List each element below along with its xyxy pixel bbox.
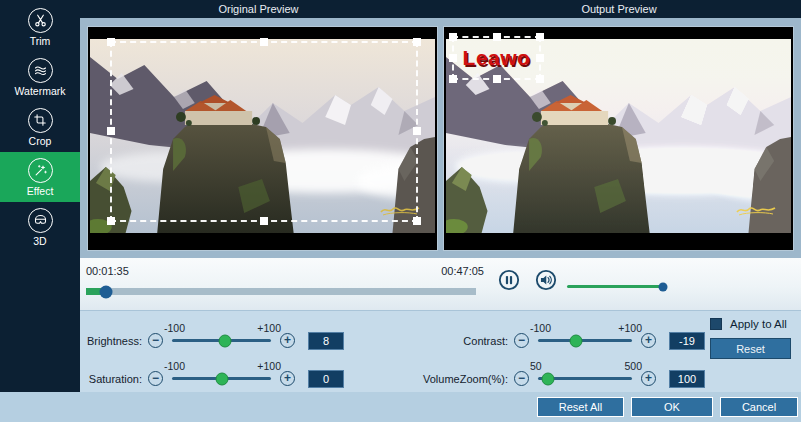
volumezoom-increase-button[interactable]: + [641,371,656,386]
contrast-value: -19 [669,332,705,350]
output-preview-title: Output Preview [437,0,801,18]
crop-handle[interactable] [107,127,115,135]
preview-header: Original Preview Output Preview [80,0,801,18]
leawo-watermark-text: Leawo [463,46,531,70]
range-min-label: 50 [530,360,542,372]
saturation-decrease-button[interactable]: − [148,371,163,386]
contrast-slider[interactable]: -100 +100 [538,339,632,342]
brightness-row: Brightness: − -100 +100 + 8 [84,332,344,349]
range-max-label: +100 [257,322,281,334]
volume-button[interactable] [535,269,557,291]
magic-wand-icon [28,158,53,183]
sidebar-item-watermark[interactable]: Watermark [0,52,80,102]
brightness-increase-button[interactable]: + [280,333,295,348]
crop-handle[interactable] [413,127,421,135]
player-bar: 00:01:35 00:47:05 [80,258,801,310]
sidebar-item-trim[interactable]: Trim [0,2,80,52]
volumezoom-slider[interactable]: 50 500 [538,377,632,380]
sidebar-item-label: Trim [30,36,51,47]
pause-button[interactable] [498,269,520,291]
reset-button[interactable]: Reset [710,338,791,359]
saturation-slider[interactable]: -100 +100 [172,377,271,380]
cancel-button[interactable]: Cancel [720,397,798,417]
volumezoom-label: VolumeZoom(%): [411,373,508,385]
watermark-handle[interactable] [536,75,544,83]
output-preview-pane: Leawo [444,27,793,250]
contrast-row: Contrast: − -100 +100 + -19 [411,332,705,349]
sidebar-item-label: Watermark [15,86,66,97]
duration-time: 00:47:05 [426,265,484,277]
crop-handle[interactable] [260,217,268,225]
volume-slider[interactable] [567,285,667,288]
brightness-label: Brightness: [84,335,142,347]
range-min-label: -100 [530,322,551,334]
volume-thumb[interactable] [659,282,668,291]
crop-handle[interactable] [413,38,421,46]
ok-button[interactable]: OK [631,397,713,417]
contrast-decrease-button[interactable]: − [514,333,529,348]
sidebar-item-label: Crop [29,136,52,147]
saturation-label: Saturation: [84,373,142,385]
apply-to-all-row: Apply to All [710,318,787,330]
watermark-handle[interactable] [449,54,457,62]
volumezoom-thumb[interactable] [542,372,555,385]
crop-handle[interactable] [107,38,115,46]
waves-icon [28,58,53,83]
apply-to-all-checkbox[interactable] [710,318,722,330]
scissors-icon [28,8,53,33]
elapsed-time: 00:01:35 [86,265,129,277]
range-max-label: 500 [624,360,642,372]
reset-all-button[interactable]: Reset All [537,397,624,417]
watermark-selection-box[interactable]: Leawo [452,36,541,80]
contrast-label: Contrast: [411,335,508,347]
effect-settings-window: Trim Watermark Crop [0,0,801,422]
contrast-thumb[interactable] [570,334,583,347]
crop-handle[interactable] [260,38,268,46]
saturation-value: 0 [308,370,344,388]
crop-icon [28,108,53,133]
range-min-label: -100 [164,360,185,372]
original-preview-title: Original Preview [80,0,437,18]
watermark-handle[interactable] [449,33,457,41]
volumezoom-decrease-button[interactable]: − [514,371,529,386]
footer-bar: Reset All OK Cancel [0,392,801,422]
watermark-handle[interactable] [536,54,544,62]
watermark-handle[interactable] [493,75,501,83]
crop-selection-box[interactable] [110,41,418,222]
original-preview-pane [88,27,437,250]
brightness-value: 8 [308,332,344,350]
sidebar-item-crop[interactable]: Crop [0,102,80,152]
apply-to-all-label: Apply to All [730,318,787,330]
volumezoom-row: VolumeZoom(%): − 50 500 + 100 [411,370,705,387]
brightness-slider[interactable]: -100 +100 [172,339,271,342]
sidebar-item-effect[interactable]: Effect [0,152,80,202]
watermark-handle[interactable] [449,75,457,83]
brightness-decrease-button[interactable]: − [148,333,163,348]
sidebar-item-3d[interactable]: 3D [0,202,80,252]
watermark-handle[interactable] [493,33,501,41]
sidebar: Trim Watermark Crop [0,0,80,392]
saturation-thumb[interactable] [215,372,228,385]
seek-bar[interactable] [86,288,476,295]
saturation-row: Saturation: − -100 +100 + 0 [84,370,344,387]
brightness-thumb[interactable] [219,334,232,347]
signature-watermark [735,203,777,217]
effect-adjustments-panel: Brightness: − -100 +100 + 8 Contrast: − … [80,310,801,392]
crop-handle[interactable] [413,217,421,225]
crop-handle[interactable] [107,217,115,225]
sidebar-item-label: Effect [27,186,54,197]
preview-stage: Leawo [80,18,801,258]
saturation-increase-button[interactable]: + [280,371,295,386]
3d-glasses-icon [28,208,53,233]
range-max-label: +100 [618,322,642,334]
range-max-label: +100 [257,360,281,372]
seek-thumb[interactable] [99,285,112,298]
sidebar-item-label: 3D [33,236,46,247]
volumezoom-value: 100 [669,370,705,388]
contrast-increase-button[interactable]: + [641,333,656,348]
range-min-label: -100 [164,322,185,334]
watermark-handle[interactable] [536,33,544,41]
